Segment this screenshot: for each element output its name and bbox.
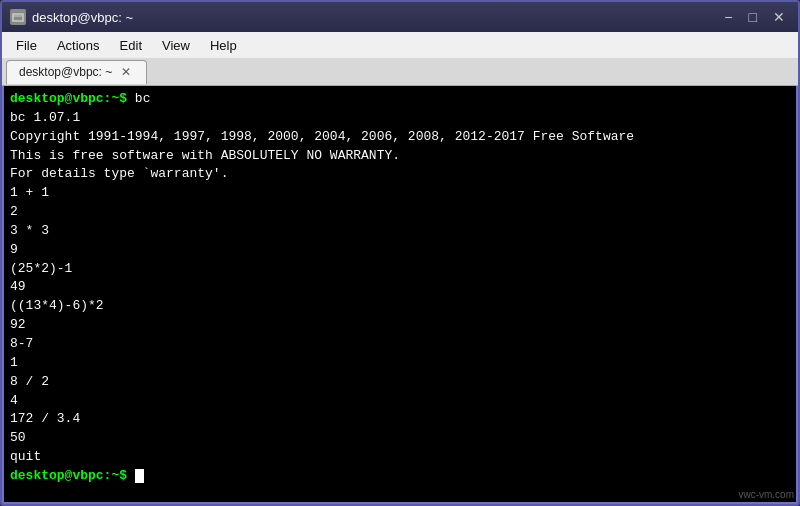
terminal-window: desktop@vbpc: ~ − □ ✕ File Actions Edit … xyxy=(0,0,800,506)
window-icon xyxy=(10,9,26,25)
minimize-button[interactable]: − xyxy=(719,8,737,26)
menu-view[interactable]: View xyxy=(152,35,200,56)
term-line-11: 49 xyxy=(10,278,790,297)
maximize-button[interactable]: □ xyxy=(744,8,762,26)
term-line-10: (25*2)-1 xyxy=(10,260,790,279)
prompt-2: desktop@vbpc:~$ xyxy=(10,468,127,483)
term-line-9: 9 xyxy=(10,241,790,260)
term-line-21: desktop@vbpc:~$ xyxy=(10,467,790,486)
menu-bar: File Actions Edit View Help xyxy=(2,32,798,58)
term-line-19: 50 xyxy=(10,429,790,448)
term-line-13: 92 xyxy=(10,316,790,335)
prompt-1: desktop@vbpc:~$ xyxy=(10,91,127,106)
title-bar-left: desktop@vbpc: ~ xyxy=(10,9,133,25)
menu-edit[interactable]: Edit xyxy=(110,35,152,56)
window-title: desktop@vbpc: ~ xyxy=(32,10,133,25)
term-line-12: ((13*4)-6)*2 xyxy=(10,297,790,316)
title-bar-controls: − □ ✕ xyxy=(719,8,790,26)
title-bar: desktop@vbpc: ~ − □ ✕ xyxy=(2,2,798,32)
term-line-5: For details type `warranty'. xyxy=(10,165,790,184)
terminal-output[interactable]: desktop@vbpc:~$ bc bc 1.07.1 Copyright 1… xyxy=(2,86,798,504)
term-line-2: bc 1.07.1 xyxy=(10,109,790,128)
term-line-3: Copyright 1991-1994, 1997, 1998, 2000, 2… xyxy=(10,128,790,147)
term-line-4: This is free software with ABSOLUTELY NO… xyxy=(10,147,790,166)
term-line-16: 8 / 2 xyxy=(10,373,790,392)
term-line-8: 3 * 3 xyxy=(10,222,790,241)
close-button[interactable]: ✕ xyxy=(768,8,790,26)
tab-label: desktop@vbpc: ~ xyxy=(19,65,112,79)
tab-bar: desktop@vbpc: ~ ✕ xyxy=(2,58,798,86)
term-line-14: 8-7 xyxy=(10,335,790,354)
term-line-18: 172 / 3.4 xyxy=(10,410,790,429)
term-line-20: quit xyxy=(10,448,790,467)
tab-close-button[interactable]: ✕ xyxy=(118,64,134,80)
menu-actions[interactable]: Actions xyxy=(47,35,110,56)
term-line-7: 2 xyxy=(10,203,790,222)
term-line-15: 1 xyxy=(10,354,790,373)
cursor xyxy=(135,469,144,483)
term-line-1: desktop@vbpc:~$ bc xyxy=(10,90,790,109)
term-line-17: 4 xyxy=(10,392,790,411)
terminal-tab[interactable]: desktop@vbpc: ~ ✕ xyxy=(6,60,147,84)
menu-file[interactable]: File xyxy=(6,35,47,56)
term-line-6: 1 + 1 xyxy=(10,184,790,203)
svg-rect-0 xyxy=(13,14,23,21)
menu-help[interactable]: Help xyxy=(200,35,247,56)
